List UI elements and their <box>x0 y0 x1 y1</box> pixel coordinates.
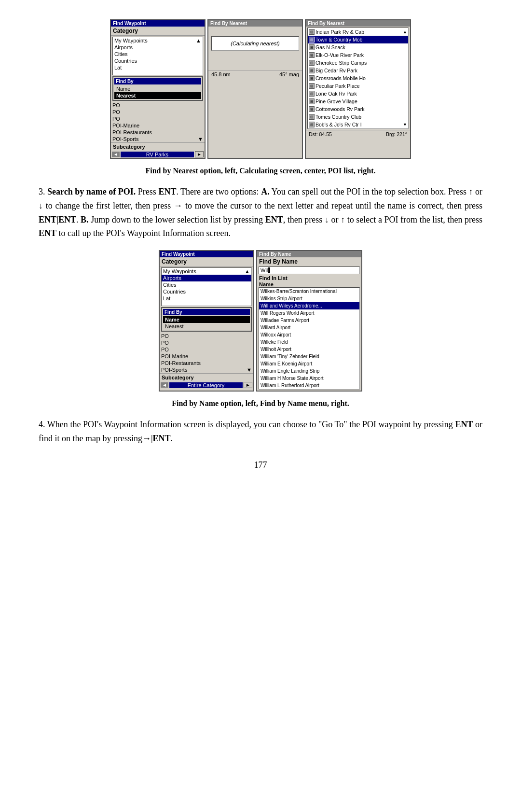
poi-icon: ⊞ <box>309 44 315 50</box>
name-item[interactable]: William H Morse State Airport <box>259 375 359 382</box>
poi-icon: ⊞ <box>309 106 315 112</box>
result-text: Pine Grove Village <box>315 98 357 105</box>
name-item[interactable]: Willcox Airport <box>259 331 359 338</box>
result-item[interactable]: ⊞ Town & Country Mob <box>308 36 408 43</box>
list-item[interactable]: Lat <box>113 64 203 71</box>
list-item: PO <box>160 333 253 339</box>
result-text: Cherokee Strip Camps <box>315 59 367 66</box>
arrow-right-icon[interactable]: ► <box>195 151 204 157</box>
scroll-up-icon: ▲ <box>403 28 407 35</box>
paragraph-2: 4. When the POI's Waypoint Information s… <box>39 418 482 446</box>
find-waypoint-screen-2: Find Waypoint Category My Waypoints ▲ Ai… <box>159 250 254 392</box>
name-column-header: Name <box>257 281 361 287</box>
popup-item-name-b[interactable]: Name <box>163 316 250 323</box>
category-list-b: My Waypoints ▲ Airports Cities Countries… <box>161 267 252 306</box>
name-item[interactable]: Will Rogers World Airport <box>259 309 359 317</box>
find-in-list-header: Find In List <box>257 275 361 281</box>
result-text: Lone Oak Rv Park <box>315 90 357 97</box>
result-item[interactable]: ⊞ Tomes Country Club <box>308 113 408 121</box>
subcategory-value-b: ◄ Entire Category ► <box>160 381 253 389</box>
arrow-right-icon-b[interactable]: ► <box>244 382 252 388</box>
distance-value: 45.8 nm <box>211 71 231 77</box>
list-item[interactable]: Cities <box>162 281 251 288</box>
name-item[interactable]: William 'Tiny' Zehnder Field <box>259 353 359 360</box>
poi-icon: ⊞ <box>309 83 315 89</box>
name-list: Wilkes-Barre/Scranton International Wilk… <box>259 287 360 390</box>
result-item[interactable]: ⊞ Gas N Snack <box>308 43 408 51</box>
name-item[interactable]: Willadae Farms Airport <box>259 317 359 324</box>
list-item[interactable]: Cities <box>113 51 203 57</box>
list-item[interactable]: Airports <box>162 275 251 281</box>
result-text: Tomes Country Club <box>315 113 361 120</box>
results-footer: Dst: 84.55 Brg: 221° <box>306 130 410 138</box>
result-text: Town & Country Mob <box>315 36 362 43</box>
arrow-left-icon[interactable]: ◄ <box>112 152 120 157</box>
category-list: My Waypoints ▲ Airports Cities Countries… <box>112 37 203 75</box>
list-item[interactable]: My Waypoints ▲ <box>113 37 203 44</box>
bottom-screenshots-row: Find Waypoint Category My Waypoints ▲ Ai… <box>39 250 482 392</box>
result-item[interactable]: ⊞ Big Cedar Rv Park <box>308 67 408 74</box>
result-item[interactable]: ⊞ Bob's & Jo's Rv Ctr I ▼ <box>308 121 408 128</box>
list-item[interactable]: Countries <box>162 288 251 295</box>
list-item: PO <box>111 109 205 115</box>
screen-b2-title: Find By Name <box>257 251 361 257</box>
subcategory-value: ◄ RV Parks ► <box>111 151 205 158</box>
name-item[interactable]: Willeke Field <box>259 338 359 346</box>
name-item[interactable]: Wilkes-Barre/Scranton International <box>259 288 359 295</box>
list-item[interactable]: Airports <box>113 44 203 51</box>
list-item: POI-Restaurants <box>160 360 253 366</box>
result-item[interactable]: ⊞ Cherokee Strip Camps <box>308 59 408 67</box>
poi-icon: ⊞ <box>309 52 315 58</box>
list-item[interactable]: My Waypoints ▲ <box>162 268 251 275</box>
result-item[interactable]: ⊞ Elk-O-Vue River Park <box>308 51 408 59</box>
find-nearest-results-screen: Find By Nearest ⊞ Indian Park Rv & Cab ▲… <box>305 19 411 159</box>
mag-value: 45° mag <box>279 71 299 77</box>
name-item[interactable]: Will and Wileys Aerodrome... <box>259 302 359 309</box>
subcategory-text-b: Entire Category <box>169 382 243 388</box>
poi-icon: ⊞ <box>309 114 315 120</box>
list-item: PO <box>111 102 205 109</box>
category-header: Category <box>111 27 205 36</box>
list-item: PO <box>160 339 253 346</box>
name-item[interactable]: William E Koenig Airport <box>259 360 359 367</box>
name-item[interactable]: Willard Airport <box>259 324 359 331</box>
scroll-arrow-icon: ▲ <box>245 268 250 275</box>
poi-icon: ⊞ <box>309 68 315 73</box>
find-by-name-screen: Find By Name Find By Name Will Find In L… <box>256 250 362 392</box>
input-value: Wil <box>260 267 268 273</box>
list-item[interactable]: Countries <box>113 57 203 64</box>
result-item[interactable]: ⊞ Crossroads Mobile Ho <box>308 74 408 82</box>
calculating-text: (Calculating nearest) <box>211 36 299 51</box>
find-by-popup: Find By Name Nearest <box>112 76 203 101</box>
screen3-title: Find By Nearest <box>306 20 410 27</box>
poi-icon: ⊞ <box>309 98 315 104</box>
find-waypoint-screen-1: Find Waypoint Category My Waypoints ▲ Ai… <box>110 19 206 159</box>
result-item[interactable]: ⊞ Cottonwoods Rv Park <box>308 105 408 113</box>
result-item[interactable]: ⊞ Indian Park Rv & Cab ▲ <box>308 28 408 36</box>
popup-item-nearest-b[interactable]: Nearest <box>163 323 250 330</box>
name-item[interactable]: William Engle Landing Strip <box>259 367 359 375</box>
name-item[interactable]: Willhoit Airport <box>259 346 359 353</box>
popup-title: Find By <box>114 78 201 84</box>
result-item[interactable]: ⊞ Peculiar Park Place <box>308 82 408 90</box>
list-item[interactable]: Lat <box>162 295 251 302</box>
result-item[interactable]: ⊞ Pine Grove Village <box>308 98 408 105</box>
results-list: ⊞ Indian Park Rv & Cab ▲ ⊞ Town & Countr… <box>307 28 409 129</box>
name-item[interactable]: William L Rutherford Airport <box>259 382 359 389</box>
poi-icon: ⊞ <box>309 29 315 35</box>
popup-item-nearest[interactable]: Nearest <box>114 92 201 99</box>
list-item: POI-Sports ▼ <box>160 366 253 373</box>
result-item[interactable]: ⊞ Lone Oak Rv Park <box>308 90 408 98</box>
poi-icon: ⊞ <box>309 122 315 127</box>
result-text: Elk-O-Vue River Park <box>315 52 364 58</box>
result-text: Big Cedar Rv Park <box>315 67 357 74</box>
name-item[interactable]: Wilkins Strip Airport <box>259 295 359 302</box>
dst-value: Dst: 84.55 <box>309 131 332 137</box>
arrow-left-icon-b[interactable]: ◄ <box>161 382 168 388</box>
caption-1: Find by Nearest option, left, Calculatin… <box>39 167 482 175</box>
result-text: Peculiar Park Place <box>315 83 360 89</box>
result-text: Indian Park Rv & Cab <box>315 28 364 35</box>
paragraph-1: 3. Search by name of POI. Press ENT. The… <box>39 185 482 240</box>
popup-item-name[interactable]: Name <box>114 85 201 92</box>
name-input-field[interactable]: Will <box>259 266 360 274</box>
